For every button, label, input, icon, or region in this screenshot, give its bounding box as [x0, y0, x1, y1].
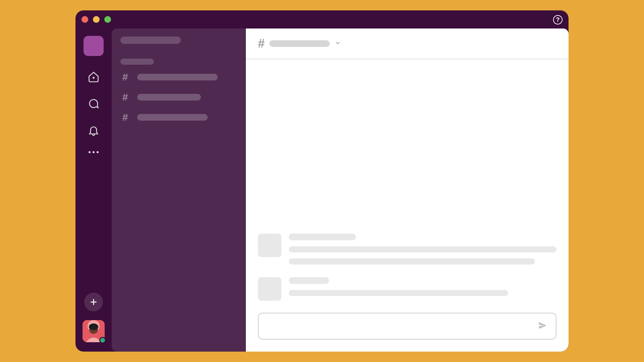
more-icon — [89, 151, 91, 153]
rail-bottom — [83, 293, 105, 352]
channel-title — [269, 40, 330, 47]
section-label[interactable] — [120, 59, 154, 65]
app-window: ? — [75, 10, 569, 352]
traffic-lights — [82, 16, 111, 23]
send-icon — [538, 320, 548, 330]
svg-point-4 — [89, 323, 98, 330]
message-text-line — [289, 258, 535, 264]
message-avatar[interactable] — [258, 277, 281, 301]
channel-list: # # # — [120, 71, 237, 123]
nav-home[interactable] — [88, 71, 100, 83]
titlebar: ? — [75, 10, 569, 28]
message-input[interactable] — [267, 322, 538, 330]
create-button[interactable] — [84, 293, 103, 311]
nav-dms[interactable] — [88, 98, 100, 110]
nav-more[interactable] — [89, 151, 99, 153]
channel-header[interactable]: # — [246, 28, 569, 59]
hash-icon: # — [120, 112, 130, 123]
send-button[interactable] — [538, 320, 548, 332]
composer-area — [246, 313, 569, 352]
plus-icon — [89, 297, 99, 307]
channel-name — [137, 74, 218, 80]
nav-activity[interactable] — [88, 124, 100, 136]
chat-icon — [88, 98, 100, 110]
help-icon: ? — [556, 16, 560, 23]
home-icon — [88, 71, 100, 83]
main-pane: # — [246, 28, 569, 352]
channel-name — [137, 114, 208, 121]
message-author[interactable] — [289, 234, 356, 240]
message-body — [289, 277, 556, 301]
hash-icon: # — [258, 37, 265, 51]
left-rail — [75, 28, 112, 352]
help-button[interactable]: ? — [553, 15, 562, 24]
message-text-line — [289, 246, 556, 252]
hash-icon: # — [120, 92, 130, 103]
channel-sidebar: # # # — [112, 28, 246, 352]
message-body — [289, 234, 556, 264]
workspace-title[interactable] — [120, 37, 181, 44]
channel-item[interactable]: # — [120, 71, 237, 83]
window-maximize-button[interactable] — [104, 16, 111, 23]
hash-icon: # — [120, 71, 130, 83]
message-composer[interactable] — [258, 313, 556, 340]
svg-point-0 — [93, 77, 94, 78]
message-avatar[interactable] — [258, 234, 281, 257]
message-list — [246, 59, 569, 313]
workspace-switcher[interactable] — [84, 36, 104, 56]
bell-icon — [88, 124, 100, 136]
sidebar-section: # # # — [120, 59, 237, 123]
message — [258, 234, 556, 264]
channel-item[interactable]: # — [120, 92, 237, 103]
message-author[interactable] — [289, 277, 329, 284]
presence-indicator — [99, 337, 106, 344]
chevron-down-icon — [334, 40, 341, 48]
window-close-button[interactable] — [82, 16, 88, 23]
message-text-line — [289, 290, 508, 296]
app-body: # # # # — [75, 28, 569, 352]
more-icon — [93, 151, 95, 153]
window-minimize-button[interactable] — [93, 16, 100, 23]
channel-item[interactable]: # — [120, 112, 237, 123]
user-menu[interactable] — [83, 320, 105, 342]
message — [258, 277, 556, 301]
channel-name — [137, 94, 201, 101]
more-icon — [97, 151, 99, 153]
